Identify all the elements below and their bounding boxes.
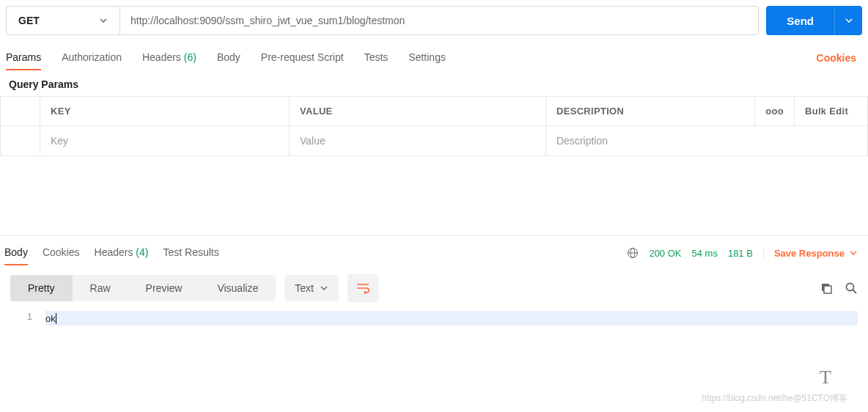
tab-authorization[interactable]: Authorization <box>62 45 122 70</box>
wrap-icon <box>356 282 369 294</box>
bulk-edit-button[interactable]: Bulk Edit <box>795 97 868 126</box>
tab-headers[interactable]: Headers (6) <box>142 45 196 70</box>
save-response-button[interactable]: Save Response <box>763 248 858 259</box>
code-line: ok <box>45 311 858 325</box>
table-row <box>1 126 868 156</box>
row-checkbox[interactable] <box>1 126 40 156</box>
tab-params[interactable]: Params <box>6 45 41 70</box>
watermark-icon: T <box>820 367 831 389</box>
request-tabs: Params Authorization Headers (6) Body Pr… <box>6 45 446 70</box>
send-dropdown[interactable] <box>834 6 862 35</box>
text-cursor <box>56 313 56 324</box>
copy-icon <box>820 282 833 295</box>
line-number: 1 <box>10 311 45 325</box>
chevron-down-icon <box>849 249 858 257</box>
method-label: GET <box>18 15 40 26</box>
rtab-body[interactable]: Body <box>4 240 28 265</box>
vtab-preview[interactable]: Preview <box>128 275 200 301</box>
col-desc: DESCRIPTION <box>546 97 755 126</box>
url-text: http://localhost:9090/ssm_shiro_jwt_vue_… <box>130 15 405 26</box>
svg-line-6 <box>853 290 857 294</box>
wrap-lines-button[interactable] <box>347 274 378 302</box>
chevron-down-icon <box>845 16 853 25</box>
svg-rect-4 <box>824 286 831 293</box>
globe-icon[interactable] <box>627 247 639 259</box>
tab-prerequest[interactable]: Pre-request Script <box>261 45 344 70</box>
value-input[interactable] <box>300 135 535 147</box>
cookies-link[interactable]: Cookies <box>817 52 856 64</box>
watermark-text: https://blog.csdn.net/he@51CTO博客 <box>702 392 847 405</box>
rtab-cookies[interactable]: Cookies <box>43 240 80 265</box>
chevron-down-icon <box>320 284 328 293</box>
col-value: VALUE <box>290 97 546 126</box>
mime-select[interactable]: Text <box>284 275 339 301</box>
vtab-raw[interactable]: Raw <box>73 275 128 301</box>
vtab-visualize[interactable]: Visualize <box>199 275 276 301</box>
response-body[interactable]: 1 ok <box>0 308 868 328</box>
search-icon <box>845 282 858 295</box>
search-button[interactable] <box>845 282 858 295</box>
view-mode-tabs: Pretty Raw Preview Visualize <box>10 275 276 301</box>
copy-button[interactable] <box>820 282 833 295</box>
status-time: 54 ms <box>692 248 718 259</box>
chevron-down-icon <box>99 16 108 25</box>
send-button[interactable]: Send <box>766 6 834 35</box>
rtab-testresults[interactable]: Test Results <box>163 240 218 265</box>
checkbox-header <box>1 97 40 126</box>
query-params-heading: Query Params <box>0 71 868 96</box>
more-options-button[interactable]: ooo <box>755 97 795 126</box>
tab-tests[interactable]: Tests <box>364 45 389 70</box>
vtab-pretty[interactable]: Pretty <box>10 275 73 301</box>
rtab-headers[interactable]: Headers (4) <box>95 240 149 265</box>
url-input[interactable]: http://localhost:9090/ssm_shiro_jwt_vue_… <box>119 6 759 35</box>
table-header-row: KEY VALUE DESCRIPTION ooo Bulk Edit <box>1 97 868 126</box>
col-key: KEY <box>40 97 290 126</box>
status-size: 181 B <box>728 248 753 259</box>
method-select[interactable]: GET <box>6 6 119 35</box>
tab-body[interactable]: Body <box>217 45 240 70</box>
tab-settings[interactable]: Settings <box>408 45 446 70</box>
status-code: 200 OK <box>649 248 681 259</box>
key-input[interactable] <box>51 135 279 147</box>
params-table: KEY VALUE DESCRIPTION ooo Bulk Edit <box>0 96 868 156</box>
desc-input[interactable] <box>556 135 857 147</box>
svg-point-5 <box>847 284 854 291</box>
response-tabs: Body Cookies Headers (4) Test Results <box>4 240 219 265</box>
